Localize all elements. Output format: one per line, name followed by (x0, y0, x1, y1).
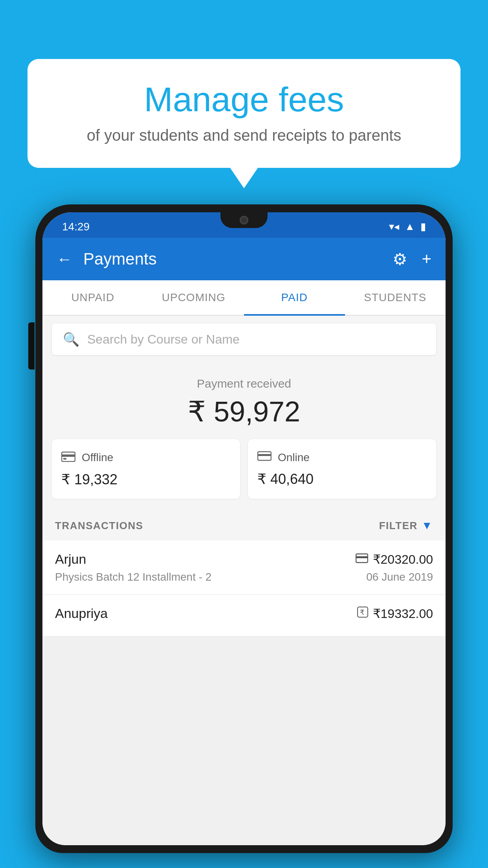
bubble-subtitle: of your students and send receipts to pa… (51, 127, 437, 144)
payment-amount: ₹ 59,972 (52, 395, 436, 428)
transaction-amount-container: ₹20320.00 (356, 552, 433, 567)
status-icons: ▾◂ ▲ ▮ (389, 221, 426, 233)
battery-icon: ▮ (420, 221, 426, 233)
bubble-title: Manage fees (51, 81, 437, 119)
transaction-name: Anupriya (55, 606, 108, 621)
tabs: UNPAID UPCOMING PAID STUDENTS (42, 280, 446, 316)
tab-paid[interactable]: PAID (244, 280, 345, 315)
online-card-header: Online (257, 450, 427, 465)
transaction-top: Arjun ₹20320.00 (55, 552, 433, 567)
online-amount: ₹ 40,640 (257, 471, 427, 487)
app-bar-title: Payments (83, 250, 382, 268)
online-card: Online ₹ 40,640 (248, 439, 436, 499)
phone: 14:29 ▾◂ ▲ ▮ ← Payments ⚙ + UNPAID (35, 204, 453, 853)
search-container: 🔍 Search by Course or Name (42, 316, 446, 363)
filter-button[interactable]: FILTER ▼ (379, 519, 433, 532)
offline-card: Offline ₹ 19,332 (52, 439, 240, 499)
settings-icon[interactable]: ⚙ (393, 250, 407, 269)
svg-rect-6 (356, 556, 368, 558)
speech-bubble-container: Manage fees of your students and send re… (28, 59, 460, 168)
svg-rect-4 (258, 454, 271, 456)
app-bar-actions: ⚙ + (393, 250, 431, 269)
notch (220, 212, 268, 228)
speech-bubble: Manage fees of your students and send re… (28, 59, 460, 168)
tab-students[interactable]: STUDENTS (345, 280, 446, 315)
transaction-top: Anupriya ₹ ₹19332.00 (55, 606, 433, 621)
card-payment-icon (356, 553, 368, 566)
search-icon: 🔍 (63, 331, 79, 347)
app-bar: ← Payments ⚙ + (42, 238, 446, 280)
payment-cards: Offline ₹ 19,332 Online (52, 439, 436, 499)
offline-card-header: Offline (61, 450, 231, 465)
transaction-course: Physics Batch 12 Installment - 2 (55, 571, 211, 583)
payment-summary: Payment received ₹ 59,972 (42, 363, 446, 511)
svg-rect-1 (62, 454, 75, 457)
online-type: Online (278, 451, 310, 464)
offline-amount: ₹ 19,332 (61, 471, 231, 488)
transaction-date: 06 June 2019 (366, 571, 433, 583)
table-row[interactable]: Arjun ₹20320.00 Physics Batch 12 Install… (42, 541, 446, 595)
table-row[interactable]: Anupriya ₹ ₹19332.00 (42, 595, 446, 636)
search-input[interactable]: Search by Course or Name (87, 332, 240, 347)
camera (240, 216, 248, 224)
transactions-label: TRANSACTIONS (55, 520, 143, 532)
wifi-icon: ▾◂ (389, 221, 399, 233)
back-button[interactable]: ← (57, 250, 72, 268)
transaction-name: Arjun (55, 552, 86, 567)
transaction-bottom: Physics Batch 12 Installment - 2 06 June… (55, 571, 433, 583)
offline-type: Offline (82, 451, 113, 464)
add-icon[interactable]: + (422, 250, 431, 268)
phone-container: 14:29 ▾◂ ▲ ▮ ← Payments ⚙ + UNPAID (35, 204, 453, 868)
transaction-amount-container: ₹ ₹19332.00 (357, 606, 433, 621)
tab-unpaid[interactable]: UNPAID (42, 280, 143, 315)
search-bar[interactable]: 🔍 Search by Course or Name (52, 324, 436, 355)
online-icon (257, 450, 272, 465)
svg-text:₹: ₹ (360, 609, 364, 616)
offline-icon (61, 450, 75, 465)
tab-upcoming[interactable]: UPCOMING (143, 280, 244, 315)
rupee-payment-icon: ₹ (357, 607, 368, 620)
transactions-header: TRANSACTIONS FILTER ▼ (42, 511, 446, 541)
signal-icon: ▲ (405, 221, 415, 233)
filter-label: FILTER (379, 520, 418, 532)
payment-label: Payment received (52, 377, 436, 390)
svg-rect-2 (63, 458, 66, 460)
status-time: 14:29 (62, 221, 90, 233)
transaction-amount: ₹19332.00 (373, 606, 433, 621)
transaction-amount: ₹20320.00 (373, 552, 433, 567)
phone-screen: 14:29 ▾◂ ▲ ▮ ← Payments ⚙ + UNPAID (42, 212, 446, 845)
filter-icon: ▼ (422, 519, 433, 532)
